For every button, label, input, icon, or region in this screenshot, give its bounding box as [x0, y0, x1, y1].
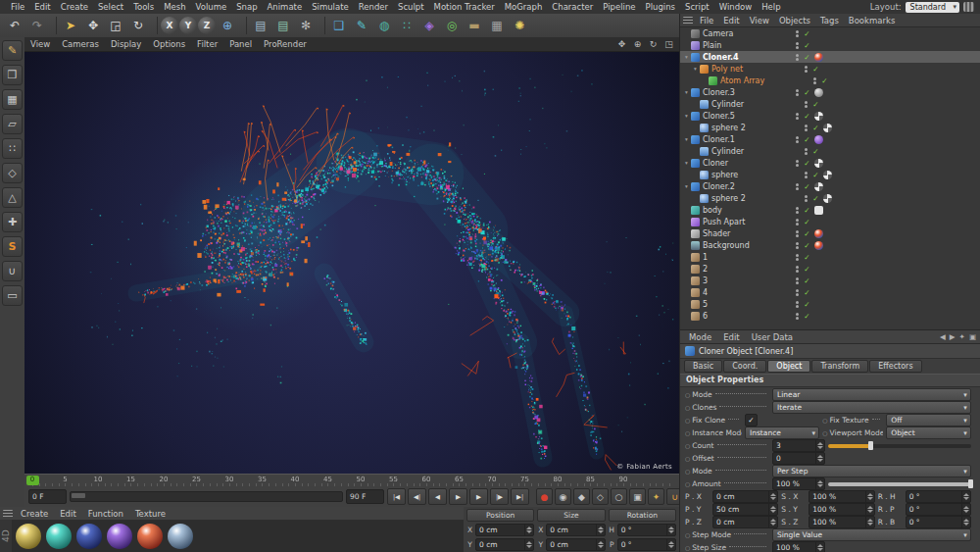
toggle-view-icon[interactable]: ◳ — [662, 39, 675, 50]
enabled-check-icon[interactable]: ✓ — [802, 41, 812, 50]
enabled-check-icon[interactable]: ✓ — [802, 288, 812, 297]
visibility-toggles[interactable] — [805, 66, 808, 73]
enabled-check-icon[interactable]: ✓ — [802, 218, 812, 226]
enabled-check-icon[interactable]: ✓ — [802, 241, 812, 250]
object-row-1[interactable]: 1✓ — [680, 251, 980, 263]
visibility-toggles[interactable] — [805, 101, 808, 108]
frame-tick-30[interactable]: 30 — [225, 476, 234, 483]
enabled-check-icon[interactable]: ✓ — [802, 300, 812, 309]
frame-tick-50[interactable]: 50 — [357, 476, 366, 483]
record-keyframe-icon[interactable]: ● — [536, 488, 553, 505]
points-mode-icon[interactable]: ∷ — [2, 138, 23, 159]
visibility-toggles[interactable] — [813, 77, 816, 84]
visibility-toggles[interactable] — [805, 195, 808, 202]
clones-dropdown[interactable]: Iterate▾ — [772, 401, 971, 414]
r-h-field[interactable]: 0 ° — [906, 490, 971, 503]
visibility-toggles[interactable] — [796, 207, 799, 214]
field-icon[interactable]: ◎ — [441, 16, 463, 35]
viewport-menu-prorender[interactable]: ProRender — [258, 39, 313, 49]
anim-dot-icon[interactable]: ○ — [685, 468, 690, 475]
amount-slider[interactable] — [828, 482, 971, 486]
object-row-plain[interactable]: Plain✓ — [680, 39, 980, 51]
enabled-check-icon[interactable]: ✓ — [802, 312, 812, 321]
object-row-camera[interactable]: Camera✓ — [680, 27, 980, 39]
visibility-toggles[interactable] — [796, 254, 799, 261]
workplane-lock-icon[interactable]: ▭ — [2, 285, 23, 306]
enabled-check-icon[interactable]: ✓ — [802, 182, 812, 191]
menubar-item-help[interactable]: Help — [757, 1, 785, 14]
enabled-check-icon[interactable]: ✓ — [810, 124, 821, 132]
object-row-3[interactable]: 3✓ — [680, 275, 980, 286]
enabled-check-icon[interactable]: ✓ — [802, 229, 812, 238]
step-mode-dropdown[interactable]: Single Value▾ — [772, 528, 971, 541]
menubar-item-animate[interactable]: Animate — [263, 1, 308, 14]
object-manager-menu-tags[interactable]: Tags — [815, 16, 844, 25]
live-selection-icon[interactable]: ➤ — [60, 16, 81, 35]
tab-coord-[interactable]: Coord. — [723, 360, 766, 373]
go-to-start-button[interactable]: |◀ — [387, 488, 406, 505]
previous-key-button[interactable]: ◀| — [408, 488, 426, 505]
anim-dot-icon[interactable]: ○ — [685, 480, 690, 487]
axis-mode-icon[interactable]: ✚ — [2, 212, 23, 232]
menubar-item-sculpt[interactable]: Sculpt — [393, 1, 429, 14]
expand-arrow-icon[interactable]: ▾ — [683, 183, 690, 189]
expand-arrow-icon[interactable]: ▾ — [683, 113, 690, 119]
visibility-toggles[interactable] — [796, 301, 799, 308]
menubar-item-mesh[interactable]: Mesh — [159, 1, 190, 14]
step-size-field[interactable]: 100 % — [772, 541, 825, 552]
attribute-menu-edit[interactable]: Edit — [717, 332, 745, 342]
object-row-shader[interactable]: Shader✓ — [680, 227, 980, 239]
visibility-toggles[interactable] — [796, 242, 799, 249]
coords-header-size[interactable]: Size — [537, 509, 605, 522]
deformer-icon[interactable]: ◈ — [418, 16, 440, 35]
slider-handle[interactable] — [968, 479, 973, 488]
camera-icon[interactable]: ▦ — [486, 16, 508, 35]
p-x-field[interactable]: 0 cm — [712, 490, 778, 503]
coordinate-system-icon[interactable]: ⊕ — [217, 16, 238, 35]
instance-mode-dropdown[interactable]: Instance▾ — [745, 427, 819, 439]
expand-arrow-icon[interactable]: ▾ — [683, 89, 690, 95]
light-icon[interactable]: ✺ — [509, 16, 530, 35]
frame-tick-85[interactable]: 85 — [586, 476, 595, 483]
menubar-item-file[interactable]: File — [6, 1, 29, 14]
edges-mode-icon[interactable]: ◇ — [2, 163, 23, 183]
enabled-check-icon[interactable]: ✓ — [802, 135, 812, 144]
materials-menu-icon[interactable] — [3, 510, 13, 518]
enabled-check-icon[interactable]: ✓ — [802, 265, 812, 274]
object-manager-menu-view[interactable]: View — [745, 16, 774, 25]
r-b-field[interactable]: 0 ° — [906, 516, 971, 528]
enabled-check-icon[interactable]: ✓ — [802, 253, 812, 262]
go-to-end-button[interactable]: ▶| — [511, 488, 529, 505]
menubar-item-edit[interactable]: Edit — [29, 1, 55, 14]
object-row-5[interactable]: 5✓ — [680, 298, 980, 310]
material-steel[interactable] — [168, 524, 193, 549]
visibility-toggles[interactable] — [796, 160, 799, 167]
object-row-sphere-2[interactable]: sphere 2✓ — [680, 122, 980, 133]
redo-icon[interactable]: ↷ — [26, 16, 48, 35]
material-navy[interactable] — [76, 524, 102, 549]
anim-dot-icon[interactable]: ○ — [685, 531, 690, 538]
record-parameter-icon[interactable]: ▣ — [629, 488, 646, 505]
attribute-menu-user-data[interactable]: User Data — [746, 332, 799, 342]
enabled-check-icon[interactable]: ✓ — [802, 29, 812, 38]
object-row-cylinder[interactable]: Cylinder✓ — [680, 145, 980, 157]
anim-dot-icon[interactable]: ○ — [685, 404, 690, 411]
visibility-toggles[interactable] — [805, 125, 808, 131]
rotate-view-icon[interactable]: ↻ — [647, 39, 660, 50]
autokey-icon[interactable]: ◉ — [555, 488, 571, 505]
object-row-body[interactable]: body✓ — [680, 204, 980, 216]
menubar-item-create[interactable]: Create — [56, 1, 93, 14]
back-arrow-icon[interactable]: ◀ — [940, 332, 946, 341]
mode-dropdown[interactable]: Linear▾ — [772, 388, 971, 401]
anim-dot-icon[interactable]: ○ — [685, 544, 690, 551]
anim-dot-icon[interactable]: ○ — [822, 429, 827, 436]
visibility-toggles[interactable] — [796, 183, 799, 190]
timeline-scrubber[interactable] — [70, 491, 343, 502]
coords-header-rotation[interactable]: Rotation — [609, 509, 676, 522]
enabled-check-icon[interactable]: ✓ — [802, 88, 812, 97]
object-row-cloner-5[interactable]: ▾Cloner.5✓ — [680, 110, 980, 122]
visibility-toggles[interactable] — [796, 42, 799, 49]
frame-tick-10[interactable]: 10 — [94, 476, 103, 483]
dice-tag-icon[interactable] — [814, 206, 823, 215]
visibility-toggles[interactable] — [796, 136, 799, 143]
